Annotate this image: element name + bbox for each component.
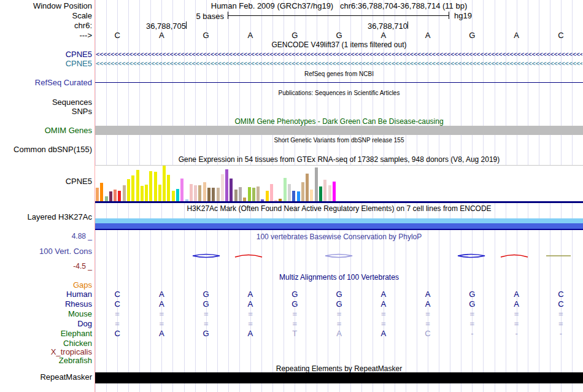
multiz-species-label-mouse[interactable]: Mouse (0, 310, 92, 318)
sequences-track-label[interactable]: Sequences (0, 98, 92, 107)
gtex-bar (292, 191, 295, 201)
phylop-lens-mark (324, 252, 353, 259)
multiz-cell: = (327, 320, 352, 328)
base-letter: A (415, 31, 440, 40)
multiz-cell: = (415, 310, 440, 318)
phylop-arc-mark (234, 252, 263, 259)
multiz-species-label-elephant[interactable]: Elephant (0, 329, 92, 338)
multiz-cell: G (194, 329, 218, 338)
refseq-track-title[interactable]: RefSeq genes from NCBI (95, 71, 583, 77)
gtex-bar (198, 185, 201, 201)
gtex-bar (297, 191, 300, 201)
omim-track-title[interactable]: OMIM Gene Phenotypes - Dark Green Can Be… (95, 118, 583, 126)
omim-gene-bar[interactable] (95, 126, 583, 135)
base-letter: C (105, 31, 129, 40)
gtex-bar (127, 179, 130, 201)
gtex-bar (239, 187, 242, 201)
h3k27ac-track-title[interactable]: H3K27Ac Mark (Often Found Near Active Re… (95, 205, 583, 213)
gencode-track-title[interactable]: GENCODE V49lift37 (1 items filtered out) (95, 41, 583, 49)
gtex-bar (145, 185, 148, 201)
gtex-bar (257, 186, 260, 201)
gencode-item-label-1[interactable]: CPNE5 (0, 50, 92, 59)
phylop-track-label[interactable]: 100 Vert. Cons (0, 247, 92, 256)
multiz-track-title[interactable]: Multiz Alignments of 100 Vertebrates (95, 274, 583, 282)
gtex-bar (301, 182, 304, 201)
gtex-bar (230, 179, 233, 201)
h3k27ac-signal-band-light[interactable] (95, 218, 583, 223)
multiz-cell: = (282, 310, 307, 318)
gencode-transcript-1[interactable]: <<<<<<<<<<<<<<<<<<<<<<<<<<<<<<<<<<<<<<<<… (96, 52, 582, 58)
gtex-track-title[interactable]: Gene Expression in 54 tissues from GTEx … (95, 156, 583, 164)
coord-right-tick (407, 21, 408, 29)
gencode-transcript-2[interactable]: <<<<<<<<<<<<<<<<<<<<<<<<<<<<<<<<<<<<<<<<… (96, 61, 582, 67)
strand-label[interactable]: ---> (0, 31, 92, 40)
gtex-bar (212, 188, 215, 201)
multiz-cell: A (149, 329, 174, 338)
multiz-species-label-x_tropicalis[interactable]: X_tropicalis (0, 348, 92, 356)
base-letter: G (194, 31, 218, 40)
gtex-bar (319, 186, 322, 201)
multiz-species-label-rhesus[interactable]: Rhesus (0, 300, 92, 309)
multiz-species-label-human[interactable]: Human (0, 290, 92, 299)
gtex-bar (207, 188, 210, 201)
multiz-cell: G (282, 300, 307, 309)
gtex-gene-label[interactable]: CPNE5 (0, 177, 92, 186)
multiz-species-label-dog[interactable]: Dog (0, 320, 92, 328)
gencode-item-label-2[interactable]: CPNE5 (0, 60, 92, 68)
coord-left: 36,788,705 (118, 21, 186, 31)
base-letter: C (549, 31, 573, 40)
refseq-gene-line[interactable] (95, 82, 583, 83)
multiz-cell: A (415, 290, 440, 299)
dbsnp-track-label[interactable]: Common dbSNP(155) (0, 145, 92, 154)
h3k27ac-signal-band-dark[interactable] (95, 223, 583, 229)
base-letter: G (460, 31, 484, 40)
multiz-cell: - (460, 329, 484, 338)
gtex-bar (114, 190, 117, 201)
dbsnp-track-title[interactable]: Short Genetic Variants from dbSNP releas… (95, 137, 583, 144)
multiz-cell: = (149, 310, 174, 318)
multiz-cell: A (504, 290, 529, 299)
h3k27ac-track-label[interactable]: Layered H3K27Ac (0, 213, 92, 221)
multiz-cell: = (460, 320, 484, 328)
gtex-bar (306, 174, 309, 201)
multiz-cell: T (282, 329, 307, 338)
gtex-bar (310, 190, 313, 201)
multiz-cell: = (549, 320, 573, 328)
h3k27ac-signal-band-edge (95, 229, 583, 230)
scale-ruler-left-tick (228, 12, 228, 19)
multiz-cell: A (149, 290, 174, 299)
phylop-track-title[interactable]: 100 vertebrates Basewise Conservation by… (95, 233, 583, 241)
gtex-bar (100, 183, 103, 201)
snps-track-label[interactable]: SNPs (0, 107, 92, 116)
omim-track-label[interactable]: OMIM Genes (0, 126, 92, 135)
gtex-bar (185, 199, 188, 201)
publications-track-title[interactable]: Publications: Sequences in Scientific Ar… (95, 90, 583, 96)
genome-browser-image: Window Position Human Feb. 2009 (GRCh37/… (0, 0, 583, 392)
multiz-cell: A (371, 300, 396, 309)
multiz-cell: A (371, 290, 396, 299)
gtex-bar (105, 196, 108, 201)
multiz-cell: A (327, 329, 352, 338)
multiz-cell: - (549, 329, 573, 338)
multiz-species-label-zebrafish[interactable]: Zebrafish (0, 356, 92, 365)
gtex-bar (203, 182, 206, 201)
multiz-cell: = (194, 320, 218, 328)
gtex-bar (141, 186, 144, 201)
gtex-bar (288, 184, 291, 201)
gtex-bar (243, 198, 246, 201)
multiz-gaps-label[interactable]: Gaps (0, 281, 92, 290)
gtex-bar (167, 175, 170, 201)
multiz-cell: A (371, 329, 396, 338)
multiz-cell: G (460, 290, 484, 299)
gtex-bar (172, 191, 175, 201)
coord-right: 36,788,710 (340, 21, 407, 31)
multiz-cell: = (149, 320, 174, 328)
refseq-track-label[interactable]: RefSeq Curated (0, 79, 92, 87)
gtex-bar (221, 174, 224, 201)
multiz-species-label-chicken[interactable]: Chicken (0, 339, 92, 348)
gtex-bar (284, 178, 287, 201)
multiz-cell: = (460, 310, 484, 318)
gtex-bar (270, 184, 273, 201)
repeatmasker-element-bar[interactable] (95, 372, 583, 383)
repeatmasker-track-label[interactable]: RepeatMasker (0, 373, 92, 382)
